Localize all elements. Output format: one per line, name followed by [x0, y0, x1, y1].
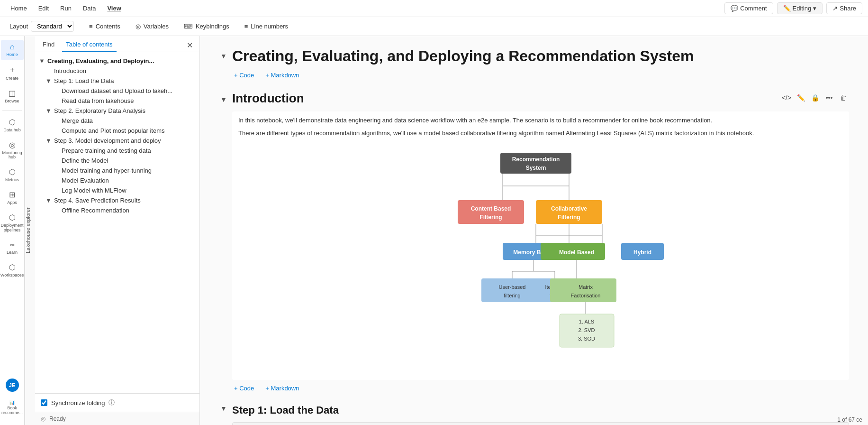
code-view-icon[interactable]: </>	[781, 92, 792, 103]
intro-heading: Introduction	[232, 91, 304, 106]
intro-collapse-button[interactable]: ▼	[219, 95, 228, 104]
intro-markdown-cell: In this notebook, we'll demonstrate data…	[232, 111, 849, 380]
svg-text:Filtering: Filtering	[558, 214, 580, 221]
toc-step1-read[interactable]: Read data from lakehouse	[37, 96, 198, 106]
toc-step3-training[interactable]: Model training and hyper-tunning	[37, 166, 198, 176]
add-code-button[interactable]: + Code	[232, 71, 256, 80]
spacer-icon	[53, 207, 61, 214]
lock-cell-icon[interactable]: 🔒	[809, 92, 821, 103]
svg-text:filtering: filtering	[504, 293, 520, 298]
spacer-icon	[53, 167, 61, 174]
recommendation-diagram: Recommendation System Content Based Filt…	[238, 148, 843, 366]
nav-metrics[interactable]: ⬡ Metrics	[1, 165, 24, 185]
add-markdown-button-2[interactable]: + Markdown	[263, 384, 301, 393]
main-layout: ⌂ Home ＋ Create ◫ Browse ⬡ Data hub ◎ Mo…	[0, 36, 868, 425]
tab-find[interactable]: Find	[39, 39, 58, 52]
svg-text:System: System	[526, 165, 546, 171]
explorer-label: Lakehouse explorer	[25, 36, 35, 425]
contents-icon: ≡	[89, 23, 93, 30]
toc-step2-merge[interactable]: Merge data	[37, 116, 198, 126]
nav-deployment[interactable]: ⬡ Deployment pipelines	[1, 210, 24, 236]
nav-learn[interactable]: ⎓ Learn	[1, 238, 24, 258]
nav-create[interactable]: ＋ Create	[1, 62, 24, 84]
toc-step2-compute[interactable]: Compute and Plot most popular items	[37, 126, 198, 136]
status-bar: ◎ Ready	[35, 412, 199, 425]
book-recommend-nav[interactable]: 📊 Book recomme...	[1, 398, 24, 417]
dataset-bar: 📁 +--- Book-Recommendation-Dataset	[232, 422, 849, 425]
spacer-icon	[53, 187, 61, 194]
apps-icon: ⊞	[9, 190, 15, 199]
close-sidebar-button[interactable]: ✕	[184, 40, 196, 51]
datahub-icon: ⬡	[9, 118, 16, 127]
menu-data[interactable]: Data	[78, 3, 100, 14]
edit-cell-icon[interactable]: ✏️	[795, 92, 806, 103]
svg-text:Factorisation: Factorisation	[571, 293, 601, 298]
toc-step1[interactable]: ▼ Step 1: Load the Data	[37, 76, 198, 86]
step1-collapse-button[interactable]: ▼	[219, 404, 228, 413]
add-cell-bar-top: + Code + Markdown	[232, 71, 849, 80]
svg-rect-41	[555, 278, 616, 302]
toc-step4[interactable]: ▼ Step 4. Save Prediction Results	[37, 195, 198, 205]
add-cell-bar-bottom: + Code + Markdown	[232, 384, 849, 393]
contents-button[interactable]: ≡ Contents	[85, 21, 124, 32]
layout-selector[interactable]: Layout Standard	[6, 19, 78, 34]
toc-root-item[interactable]: ▼ Creating, Evaluating, and Deployin...	[37, 56, 198, 66]
nav-browse[interactable]: ◫ Browse	[1, 86, 24, 107]
notebook-header: ▼ Creating, Evaluating, and Deploying a …	[219, 47, 849, 71]
page-count: 1 of 67 ce	[837, 416, 862, 423]
learn-icon: ⎓	[10, 240, 15, 249]
svg-text:Model Based: Model Based	[559, 249, 594, 256]
top-right-actions: 💬 Comment ✏️ Editing ▾ ↗ Share	[724, 2, 862, 14]
toc-step3[interactable]: ▼ Step 3. Model development and deploy	[37, 136, 198, 146]
toc-step4-offline[interactable]: Offline Recommendation	[37, 205, 198, 215]
toc-step3-eval[interactable]: Model Evaluation	[37, 176, 198, 185]
svg-text:Filtering: Filtering	[479, 214, 502, 221]
spacer-icon	[53, 127, 61, 134]
toc-step3-log[interactable]: Log Model with MLFlow	[37, 185, 198, 195]
user-avatar[interactable]: JE	[6, 379, 19, 392]
chevron-down-icon: ▼	[39, 57, 46, 65]
editing-button[interactable]: ✏️ Editing ▾	[777, 2, 823, 14]
comment-button[interactable]: 💬 Comment	[724, 2, 773, 14]
menu-home[interactable]: Home	[6, 3, 32, 14]
toc-step3-define[interactable]: Define the Model	[37, 156, 198, 166]
nav-datahub[interactable]: ⬡ Data hub	[1, 115, 24, 136]
menu-edit[interactable]: Edit	[34, 3, 54, 14]
menu-view[interactable]: View	[102, 3, 126, 14]
sync-folding-row: Synchronize folding ⓘ	[35, 393, 199, 412]
chevron-down-icon: ▼	[45, 137, 53, 144]
workspaces-icon: ⬡	[9, 263, 16, 272]
share-button[interactable]: ↗ Share	[826, 2, 862, 14]
monitoring-icon: ◎	[9, 140, 16, 149]
svg-text:Hybrid: Hybrid	[633, 249, 651, 256]
toc-step1-download[interactable]: Download dataset and Upload to lakeh...	[37, 86, 198, 96]
line-numbers-button[interactable]: ≡ Line numbers	[241, 21, 292, 32]
book-icon: 📊	[9, 400, 15, 405]
spacer-icon	[45, 67, 53, 74]
menu-run[interactable]: Run	[55, 3, 76, 14]
comment-icon: 💬	[731, 5, 738, 12]
variables-button[interactable]: ◎ Variables	[132, 21, 172, 32]
home-icon: ⌂	[10, 43, 15, 51]
toc-intro[interactable]: Introduction	[37, 66, 198, 76]
nav-monitoring[interactable]: ◎ Monitoring hub	[1, 138, 24, 163]
delete-cell-icon[interactable]: 🗑	[838, 92, 849, 103]
title-collapse-button[interactable]: ▼	[219, 51, 228, 61]
sidebar-tabs: Find Table of contents ✕	[35, 36, 199, 52]
svg-text:Matrix: Matrix	[579, 284, 593, 290]
main-content[interactable]: ▼ Creating, Evaluating, and Deploying a …	[200, 36, 868, 425]
tab-toc[interactable]: Table of contents	[62, 39, 116, 52]
nav-apps[interactable]: ⊞ Apps	[1, 187, 24, 208]
sync-folding-checkbox[interactable]	[41, 399, 47, 406]
nav-home[interactable]: ⌂ Home	[1, 40, 24, 60]
toc-step3-prepare[interactable]: Prepare training and testing data	[37, 146, 198, 156]
more-options-icon[interactable]: •••	[823, 92, 835, 103]
layout-dropdown[interactable]: Standard	[31, 21, 74, 32]
spacer-icon	[53, 97, 61, 104]
keybindings-button[interactable]: ⌨ Keybindings	[180, 21, 233, 32]
intro-heading-row: ▼ Introduction </> ✏️ 🔒 ••• 🗑	[219, 83, 849, 111]
add-markdown-button[interactable]: + Markdown	[263, 71, 301, 80]
add-code-button-2[interactable]: + Code	[232, 384, 256, 393]
nav-workspaces[interactable]: ⬡ Workspaces	[1, 260, 24, 281]
toc-step2[interactable]: ▼ Step 2. Exploratory Data Analysis	[37, 106, 198, 116]
